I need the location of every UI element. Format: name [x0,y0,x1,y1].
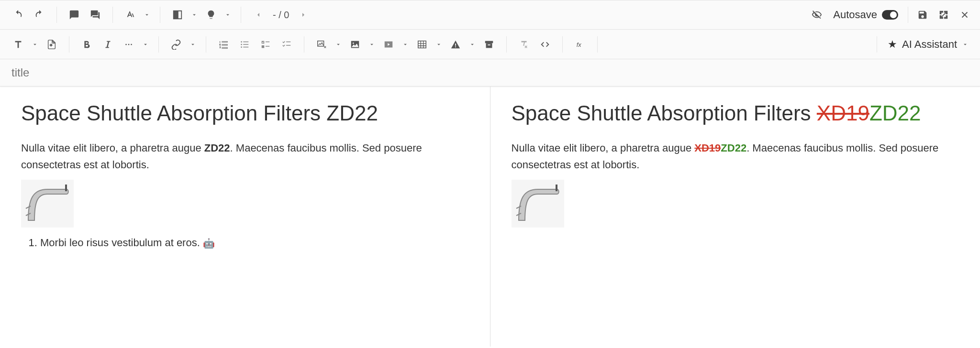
svg-rect-15 [455,46,456,47]
table-dropdown[interactable] [412,34,445,55]
svg-point-11 [353,42,354,44]
svg-rect-23 [556,185,557,191]
right-pane: Space Shuttle Absorption Filters XD19ZD2… [490,87,980,347]
svg-rect-0 [174,11,177,19]
chevron-down-icon[interactable] [188,4,200,25]
doc-paragraph-left: Nulla vitae elit libero, a pharetra augu… [21,140,469,173]
chevron-down-icon[interactable] [141,4,153,25]
save-icon[interactable] [912,4,933,25]
autosave-toggle[interactable]: Autosave [827,9,904,21]
chevron-down-icon[interactable] [332,34,345,55]
chevron-down-icon[interactable] [366,34,378,55]
autosave-label: Autosave [833,9,877,21]
inserted-text: ZD22 [869,101,921,125]
fullscreen-icon[interactable] [933,4,954,25]
deleted-text: XD19 [694,142,721,154]
svg-rect-17 [486,43,492,48]
next-page-button[interactable] [295,6,312,23]
font-style-dropdown[interactable] [120,4,153,25]
toggle-switch[interactable] [882,10,898,20]
svg-rect-13 [418,41,426,48]
svg-rect-16 [485,41,493,43]
figure-image-right [512,180,564,228]
redo-button[interactable] [29,4,50,25]
ordered-list-icon[interactable] [213,34,234,55]
unordered-list-icon[interactable] [234,34,255,55]
checklist-icon[interactable] [276,34,297,55]
layout-dropdown[interactable] [167,4,200,25]
content-area: Space Shuttle Absorption Filters ZD22 Nu… [0,87,980,347]
doc-list-left: Morbi leo risus vestibulum at eros. 🤖 [40,234,469,251]
chevron-down-icon[interactable] [187,34,199,55]
chevron-down-icon[interactable] [433,34,445,55]
svg-point-2 [128,44,130,45]
video-dropdown[interactable] [378,34,412,55]
doc-paragraph-right: Nulla vitae elit libero, a pharetra augu… [512,140,959,173]
android-icon: 🤖 [203,238,215,249]
prev-page-button[interactable] [250,6,267,23]
chevron-down-icon[interactable] [139,34,152,55]
chevron-down-icon[interactable] [222,4,234,25]
svg-point-5 [241,44,242,45]
svg-rect-8 [262,45,265,48]
left-pane: Space Shuttle Absorption Filters ZD22 Nu… [0,87,490,347]
new-page-icon[interactable] [41,34,62,55]
alert-dropdown[interactable] [445,34,479,55]
figure-image-left [21,180,74,228]
chevron-down-icon [962,41,969,48]
bold-button[interactable] [76,34,97,55]
star-icon: ★ [888,38,897,51]
title-row [0,59,980,87]
paragraph-format-dropdown[interactable] [8,34,41,55]
page-indicator: - / 0 [245,6,317,23]
comment-icon[interactable] [64,4,85,25]
ai-assistant-label: AI Assistant [902,38,957,51]
image-dropdown[interactable] [345,34,378,55]
visibility-off-icon[interactable] [806,4,827,25]
close-icon[interactable] [954,4,975,25]
svg-point-6 [241,46,242,48]
page-indicator-text: - / 0 [273,10,289,21]
chevron-down-icon[interactable] [466,34,479,55]
comments-thread-icon[interactable] [85,4,106,25]
suggestions-dropdown[interactable] [200,4,234,25]
ai-assistant-button[interactable]: ★ AI Assistant [881,34,975,55]
insert-image-dropdown[interactable] [311,34,345,55]
svg-point-4 [241,41,242,43]
link-dropdown[interactable] [166,34,199,55]
doc-heading-left: Space Shuttle Absorption Filters ZD22 [21,101,469,126]
svg-rect-9 [318,41,324,46]
archive-icon[interactable] [479,34,500,55]
more-format-dropdown[interactable] [118,34,152,55]
svg-rect-21 [65,185,67,191]
doc-heading-right: Space Shuttle Absorption Filters XD19ZD2… [512,101,959,126]
svg-text:fx: fx [577,41,582,48]
toolbar-row-1: - / 0 Autosave [0,0,980,30]
svg-rect-18 [488,44,490,45]
inserted-text: ZD22 [721,142,746,154]
title-input[interactable] [11,66,299,79]
svg-rect-14 [455,44,456,46]
clear-format-icon[interactable] [513,34,535,55]
list-item: Morbi leo risus vestibulum at eros. 🤖 [40,234,469,251]
deleted-text: XD19 [817,101,869,125]
svg-point-1 [125,44,127,45]
chevron-down-icon[interactable] [399,34,412,55]
chevron-down-icon[interactable] [29,34,41,55]
italic-button[interactable] [97,34,118,55]
formula-icon[interactable]: fx [569,34,590,55]
svg-point-3 [131,44,132,45]
checklist-done-icon[interactable] [255,34,276,55]
toolbar-row-2: fx ★ AI Assistant [0,30,980,59]
code-icon[interactable] [535,34,556,55]
undo-button[interactable] [8,4,29,25]
